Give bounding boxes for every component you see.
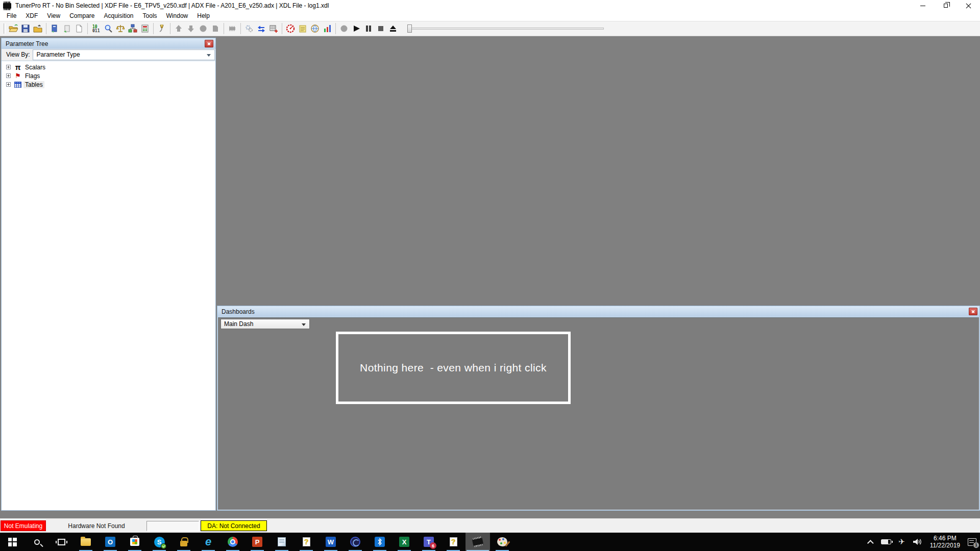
taskbar-help-doc-2[interactable]: ? bbox=[441, 533, 465, 551]
taskbar-paint[interactable] bbox=[490, 533, 514, 551]
minimize-button[interactable] bbox=[911, 0, 934, 11]
taskbar-powerpoint[interactable]: P bbox=[245, 533, 270, 551]
minimize-icon bbox=[920, 6, 925, 6]
notes-button[interactable] bbox=[297, 22, 309, 35]
expand-icon[interactable] bbox=[6, 73, 11, 78]
eject-button[interactable] bbox=[387, 22, 399, 35]
taskbar-internet-explorer[interactable]: e bbox=[196, 533, 220, 551]
taskbar-bluetooth[interactable] bbox=[368, 533, 392, 551]
taskbar: O S e P ? W X T6 ? ✈ 6:46 PM 11/22/2019 … bbox=[0, 533, 980, 551]
dashboards-close-button[interactable] bbox=[969, 308, 977, 315]
system-tray: ✈ 6:46 PM 11/22/2019 1 bbox=[866, 533, 980, 551]
bar-chart-icon bbox=[322, 23, 332, 34]
expand-icon[interactable] bbox=[6, 65, 11, 69]
action-center-button[interactable]: 1 bbox=[964, 533, 980, 551]
taskbar-teams[interactable]: T6 bbox=[416, 533, 441, 551]
word-icon: W bbox=[326, 537, 336, 547]
copy-doc-button[interactable] bbox=[209, 22, 222, 35]
taskbar-help-doc[interactable]: ? bbox=[294, 533, 318, 551]
menu-compare[interactable]: Compare bbox=[65, 11, 99, 21]
tree-item-label[interactable]: Tables bbox=[23, 81, 44, 88]
taskbar-skype[interactable]: S bbox=[147, 533, 172, 551]
da-status-badge: DA: Not Connected bbox=[201, 520, 267, 531]
slider-track[interactable] bbox=[407, 28, 604, 30]
save-button[interactable] bbox=[19, 22, 32, 35]
taskbar-excel[interactable]: X bbox=[392, 533, 416, 551]
dashboards-header[interactable]: Dashboards bbox=[217, 306, 979, 317]
start-button[interactable] bbox=[0, 533, 24, 551]
new-doc-button[interactable] bbox=[73, 22, 85, 35]
move-up-button[interactable] bbox=[173, 22, 185, 35]
tray-battery[interactable] bbox=[877, 533, 895, 551]
menu-xdf[interactable]: XDF bbox=[21, 11, 42, 21]
expand-icon[interactable] bbox=[6, 82, 11, 87]
tunerpro-chip-icon bbox=[472, 538, 483, 546]
binary-view-button[interactable]: 10011 bbox=[90, 22, 102, 35]
menu-acquisition[interactable]: Acquisition bbox=[100, 11, 138, 21]
taskbar-outlook[interactable]: O bbox=[98, 533, 122, 551]
stop-icon bbox=[376, 23, 386, 34]
taskbar-lock-app[interactable] bbox=[172, 533, 196, 551]
pause-button[interactable] bbox=[362, 22, 375, 35]
open-button[interactable] bbox=[7, 22, 19, 35]
move-down-button[interactable] bbox=[185, 22, 197, 35]
tree-item-scalars[interactable]: π Scalars bbox=[2, 63, 215, 71]
emulate-chip-button[interactable] bbox=[226, 22, 238, 35]
probe-button[interactable] bbox=[156, 22, 168, 35]
slider-thumb[interactable] bbox=[407, 24, 412, 33]
playback-slider[interactable] bbox=[407, 25, 604, 32]
parameter-tree-close-button[interactable] bbox=[205, 40, 213, 47]
tree-item-flags[interactable]: ⚑ Flags bbox=[2, 71, 215, 80]
taskbar-store[interactable] bbox=[122, 533, 147, 551]
hierarchy-button[interactable] bbox=[127, 22, 139, 35]
doc-export-button[interactable] bbox=[61, 22, 73, 35]
menu-help[interactable]: Help bbox=[192, 11, 214, 21]
taskbar-search-button[interactable] bbox=[24, 533, 49, 551]
compare-scales-button[interactable] bbox=[114, 22, 127, 35]
menu-window[interactable]: Window bbox=[162, 11, 193, 21]
close-button[interactable] bbox=[957, 0, 980, 11]
taskbar-notepad[interactable] bbox=[270, 533, 294, 551]
taskbar-chrome[interactable] bbox=[220, 533, 245, 551]
folder-up-button[interactable] bbox=[32, 22, 44, 35]
table-add-button[interactable] bbox=[267, 22, 280, 35]
dashboard-selector-dropdown[interactable]: Main Dash bbox=[220, 319, 310, 329]
notepad-icon bbox=[278, 537, 286, 546]
settings-button[interactable] bbox=[243, 22, 255, 35]
tree-item-label[interactable]: Flags bbox=[23, 72, 41, 80]
charts-button[interactable] bbox=[321, 22, 333, 35]
taskbar-sync-app[interactable] bbox=[343, 533, 368, 551]
burn-button[interactable] bbox=[197, 22, 209, 35]
menu-tools[interactable]: Tools bbox=[138, 11, 162, 21]
copy-doc-icon bbox=[210, 23, 220, 34]
sync-transfer-button[interactable] bbox=[255, 22, 267, 35]
dashboard-gauge-button[interactable] bbox=[284, 22, 297, 35]
taskbar-word[interactable]: W bbox=[318, 533, 343, 551]
tray-volume[interactable] bbox=[909, 533, 926, 551]
menu-bar: File XDF View Compare Acquisition Tools … bbox=[0, 11, 980, 21]
taskbar-tunerpro[interactable] bbox=[465, 533, 490, 551]
stop-button[interactable] bbox=[375, 22, 387, 35]
tree-item-tables[interactable]: Tables bbox=[2, 80, 215, 89]
find-button[interactable] bbox=[102, 22, 114, 35]
menu-file[interactable]: File bbox=[2, 11, 21, 21]
record-button[interactable] bbox=[338, 22, 350, 35]
calculator-button[interactable] bbox=[139, 22, 151, 35]
dashboard-selector-value: Main Dash bbox=[224, 320, 253, 328]
view-by-dropdown[interactable]: Parameter Type bbox=[33, 49, 215, 60]
task-view-button[interactable] bbox=[49, 533, 74, 551]
tree-item-label[interactable]: Scalars bbox=[23, 64, 47, 71]
play-button[interactable] bbox=[350, 22, 362, 35]
tray-clock[interactable]: 6:46 PM 11/22/2019 bbox=[926, 535, 964, 549]
tray-show-hidden-icons[interactable] bbox=[866, 533, 877, 551]
tray-airplane-mode[interactable]: ✈ bbox=[895, 533, 909, 551]
teams-notification-badge: 6 bbox=[430, 542, 436, 549]
menu-view[interactable]: View bbox=[42, 11, 65, 21]
taskbar-file-explorer[interactable] bbox=[74, 533, 98, 551]
chevron-up-icon bbox=[867, 540, 874, 546]
web-button[interactable] bbox=[309, 22, 321, 35]
toolbar-grip[interactable] bbox=[4, 23, 6, 34]
parameter-tree-header[interactable]: Parameter Tree bbox=[2, 38, 215, 49]
compare-doc-button[interactable] bbox=[48, 22, 61, 35]
restore-button[interactable] bbox=[934, 0, 957, 11]
